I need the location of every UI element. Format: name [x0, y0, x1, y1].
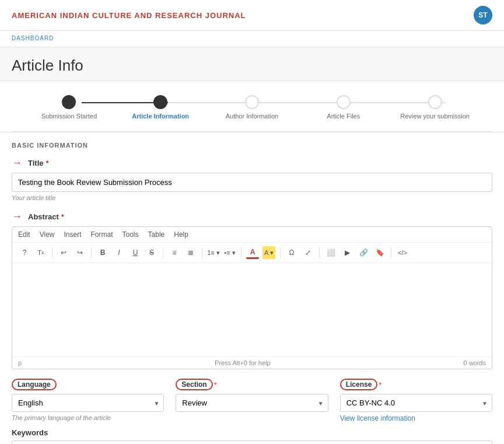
keywords-input[interactable]	[12, 440, 492, 444]
journal-title: AMERICAN INDIAN CULTURE AND RESEARCH JOU…	[12, 11, 246, 20]
toolbar-fullscreen-icon[interactable]: ⤢	[302, 246, 314, 259]
language-select-wrapper: English Spanish French German ▼	[12, 394, 164, 412]
step-label-2: Article Information	[132, 113, 189, 120]
menu-format[interactable]: Format	[91, 230, 113, 239]
license-field: License * CC BY-NC 4.0 CC BY 4.0 CC BY-S…	[340, 379, 492, 422]
toolbar-underline-icon[interactable]: U	[129, 246, 142, 259]
toolbar-list-ordered-icon[interactable]: 1≡ ▾	[207, 246, 220, 259]
abstract-editor[interactable]: Edit View Insert Format Tools Table Help…	[12, 226, 492, 369]
toolbar-font-color-icon[interactable]: A	[246, 246, 259, 259]
editor-word-count: 0 words	[463, 359, 486, 366]
toolbar-special-char-icon[interactable]: Ω	[285, 246, 298, 259]
toolbar-align-center-icon[interactable]: ≣	[184, 246, 197, 259]
sub-header: DASHBOARD	[0, 31, 504, 47]
step-submission-started: Submission Started	[23, 95, 115, 120]
abstract-field-group: → Abstract * Edit View Insert Format Too…	[12, 211, 492, 369]
language-label-row: Language	[12, 379, 164, 390]
language-select[interactable]: English Spanish French German	[12, 394, 164, 412]
header: AMERICAN INDIAN CULTURE AND RESEARCH JOU…	[0, 0, 504, 31]
step-circle-4	[337, 95, 351, 109]
toolbar-sep-2	[91, 247, 92, 258]
editor-help-hint: Press Alt+0 for help	[215, 359, 271, 366]
step-circle-2	[153, 95, 167, 109]
section-field: Section * Review Article Essay ▼	[176, 379, 328, 422]
title-input[interactable]	[12, 173, 492, 192]
section-label-row: Section *	[176, 379, 328, 390]
toolbar-sep-6	[280, 247, 281, 258]
section-label-circled: Section	[176, 379, 212, 390]
abstract-label: → Abstract *	[12, 211, 492, 223]
toolbar-help-icon[interactable]: ?	[18, 246, 31, 259]
toolbar-italic-icon[interactable]: I	[113, 246, 125, 259]
keywords-label: Keywords	[12, 428, 492, 437]
step-label-5: Review your submission	[400, 113, 470, 120]
toolbar-image-icon[interactable]: ⬜	[324, 246, 337, 259]
editor-menubar: Edit View Insert Format Tools Table Help	[12, 227, 492, 243]
toolbar-sep-4	[202, 247, 202, 258]
keywords-field-group: Keywords Hit Enter to add a new keyword.	[12, 428, 492, 444]
editor-footer: p Press Alt+0 for help 0 words	[12, 356, 492, 369]
license-label-circled: License	[340, 379, 378, 390]
toolbar-sep-5	[241, 247, 242, 258]
language-field: Language English Spanish French German ▼…	[12, 379, 164, 422]
menu-insert[interactable]: Insert	[64, 230, 81, 239]
user-avatar[interactable]: ST	[474, 6, 492, 25]
progress-steps: Submission Started Article Information A…	[12, 89, 492, 132]
section-select-wrapper: Review Article Essay ▼	[176, 394, 328, 412]
title-label: → Title *	[12, 157, 492, 169]
step-author-information: Author Information	[206, 95, 298, 120]
toolbar-bookmark-icon[interactable]: 🔖	[373, 246, 386, 259]
toolbar-undo-icon[interactable]: ↩	[57, 246, 70, 259]
menu-table[interactable]: Table	[148, 230, 165, 239]
metadata-row: Language English Spanish French German ▼…	[12, 379, 492, 422]
toolbar-sep-1	[52, 247, 52, 258]
title-hint: Your article title	[12, 194, 492, 201]
step-review-submission: Review your submission	[389, 95, 481, 120]
language-hint: The primary language of the article	[12, 414, 164, 421]
step-label-1: Submission Started	[41, 113, 97, 120]
menu-view[interactable]: View	[40, 230, 55, 239]
menu-help[interactable]: Help	[174, 230, 188, 239]
toolbar-source-code-icon[interactable]: </>	[396, 246, 409, 259]
view-license-link[interactable]: View license information	[340, 414, 415, 422]
license-select-wrapper: CC BY-NC 4.0 CC BY 4.0 CC BY-SA 4.0 ▼	[340, 394, 492, 412]
step-label-3: Author Information	[226, 113, 279, 120]
title-arrow-icon: →	[12, 157, 22, 169]
breadcrumb[interactable]: DASHBOARD	[12, 35, 54, 41]
title-field-group: → Title * Your article title	[12, 157, 492, 201]
section-basic-info: BASIC INFORMATION	[0, 142, 504, 149]
menu-edit[interactable]: Edit	[18, 230, 30, 239]
language-label-circled: Language	[12, 379, 57, 390]
editor-toolbar: ? Tx ↩ ↪ B I U S ≡ ≣ 1≡ ▾ •≡ ▾	[12, 243, 492, 263]
page-title: Article Info	[12, 57, 492, 75]
step-article-information: Article Information	[115, 95, 206, 120]
toolbar-bold-icon[interactable]: B	[96, 246, 109, 259]
toolbar-sep-3	[163, 247, 163, 258]
toolbar-align-left-icon[interactable]: ≡	[168, 246, 181, 259]
toolbar-highlight-icon[interactable]: A ▾	[262, 246, 275, 259]
abstract-editor-body[interactable]	[12, 263, 492, 356]
toolbar-list-unordered-icon[interactable]: •≡ ▾	[223, 246, 236, 259]
form-area: → Title * Your article title → Abstract …	[0, 157, 504, 444]
toolbar-clear-format-icon[interactable]: Tx	[34, 246, 47, 259]
toolbar-sep-7	[319, 247, 320, 258]
section-required: *	[214, 380, 217, 389]
toolbar-media-icon[interactable]: ▶	[341, 246, 354, 259]
step-label-4: Article Files	[327, 113, 360, 120]
step-circle-5	[428, 95, 442, 109]
section-select[interactable]: Review Article Essay	[176, 394, 328, 412]
toolbar-redo-icon[interactable]: ↪	[74, 246, 86, 259]
license-select[interactable]: CC BY-NC 4.0 CC BY 4.0 CC BY-SA 4.0	[340, 394, 492, 412]
step-circle-3	[245, 95, 259, 109]
abstract-arrow-icon: →	[12, 211, 22, 223]
menu-tools[interactable]: Tools	[123, 230, 139, 239]
license-label-row: License *	[340, 379, 492, 390]
step-circle-1	[62, 95, 76, 109]
toolbar-sep-8	[391, 247, 391, 258]
page-title-bar: Article Info	[0, 47, 504, 81]
step-article-files: Article Files	[298, 95, 389, 120]
editor-element-indicator: p	[18, 359, 22, 366]
toolbar-link-icon[interactable]: 🔗	[357, 246, 370, 259]
license-required: *	[379, 380, 382, 389]
toolbar-strikethrough-icon[interactable]: S	[145, 246, 158, 259]
